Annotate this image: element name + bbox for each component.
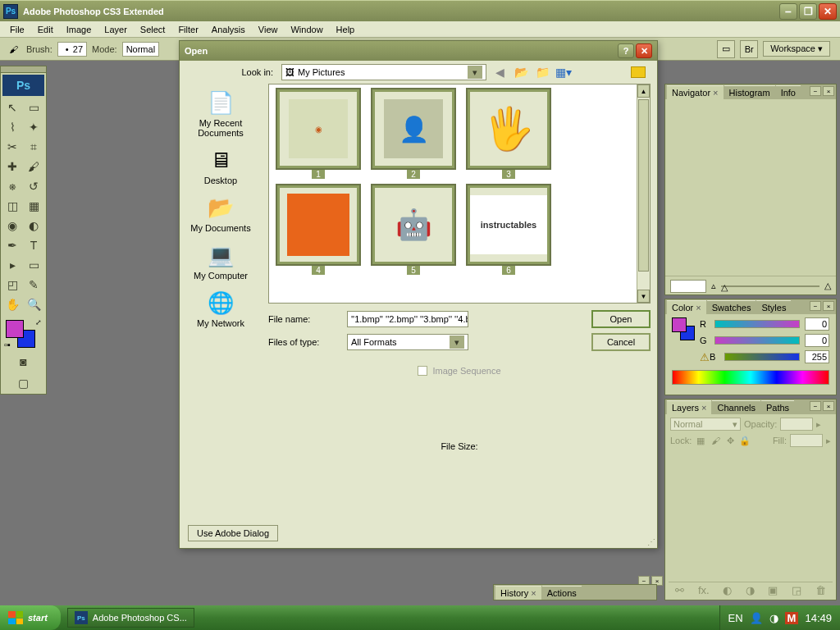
r-slider[interactable] [714, 320, 800, 328]
tab-channels[interactable]: Channels [712, 400, 760, 414]
launch-bridge-icon[interactable]: Br [740, 40, 758, 58]
place-desktop[interactable]: 🖥Desktop [203, 144, 239, 187]
color-spectrum[interactable] [672, 370, 829, 385]
swap-colors-icon[interactable]: ⤢ [35, 318, 42, 326]
color-fg-swatch[interactable] [672, 317, 687, 332]
opacity-input[interactable] [780, 418, 813, 431]
history-brush-tool[interactable]: ↺ [24, 177, 43, 195]
tray-av-icon[interactable]: M [785, 612, 799, 624]
back-icon[interactable]: ◀ [491, 64, 508, 80]
g-slider[interactable] [714, 336, 800, 345]
file-thumb-2[interactable]: 👤2 [369, 89, 458, 179]
view-menu-icon[interactable]: ▦▾ [555, 64, 572, 80]
lasso-tool[interactable]: ⌇ [2, 118, 22, 136]
minimize-button[interactable]: ‒ [779, 3, 797, 20]
menu-select[interactable]: Select [134, 23, 172, 36]
fill-chevron-icon[interactable]: ▸ [826, 436, 831, 446]
dodge-tool[interactable]: ◐ [24, 217, 43, 235]
dropdown-arrow-icon[interactable]: ▾ [468, 66, 482, 79]
tray-user-icon[interactable]: 👤 [750, 612, 763, 624]
layer-mask-icon[interactable]: ◐ [723, 584, 732, 596]
scroll-up-icon[interactable]: ▲ [637, 84, 650, 98]
new-layer-icon[interactable]: ◲ [792, 584, 801, 596]
gradient-tool[interactable]: ▦ [24, 197, 43, 215]
menu-window[interactable]: Window [284, 23, 329, 36]
filetype-select[interactable]: All Formats▾ [347, 334, 468, 350]
file-thumb-6[interactable]: instructables6 [464, 185, 553, 275]
file-thumb-5[interactable]: 🤖5 [369, 185, 458, 275]
maximize-button[interactable]: ❐ [799, 3, 817, 20]
place-mycomputer[interactable]: 💻My Computer [192, 240, 249, 282]
place-recent[interactable]: 📄My Recent Documents [183, 87, 258, 139]
lookin-select[interactable]: 🖼 My Pictures ▾ [281, 64, 486, 80]
type-tool[interactable]: T [24, 236, 43, 254]
shape-tool[interactable]: ▭ [24, 256, 43, 274]
toolbox-grip[interactable] [0, 66, 47, 72]
path-select-tool[interactable]: ▸ [2, 256, 22, 274]
link-layers-icon[interactable]: ⚯ [675, 584, 684, 596]
r-value[interactable]: 0 [805, 317, 829, 331]
language-indicator[interactable]: EN [728, 612, 743, 624]
tab-styles[interactable]: Styles [756, 300, 791, 314]
move-tool[interactable]: ↖ [2, 98, 22, 116]
cancel-button[interactable]: Cancel [591, 333, 651, 351]
eraser-tool[interactable]: ◫ [2, 197, 22, 215]
tray-volume-icon[interactable]: ◑ [769, 612, 778, 624]
tab-history[interactable]: History× [495, 586, 541, 600]
menu-layer[interactable]: Layer [98, 23, 134, 36]
menu-analysis[interactable]: Analysis [205, 23, 252, 36]
tab-info[interactable]: Info [776, 85, 801, 99]
b-value[interactable]: 255 [805, 350, 829, 363]
lock-position-icon[interactable]: ✥ [724, 435, 736, 446]
lock-all-icon[interactable]: 🔒 [739, 435, 751, 446]
file-thumb-1[interactable]: ◉1 [274, 89, 363, 179]
up-folder-icon[interactable]: 📂 [513, 64, 529, 80]
bridge-icon[interactable]: ▭ [717, 40, 735, 58]
new-group-icon[interactable]: ▣ [768, 584, 778, 596]
place-network[interactable]: 🌐My Network [195, 287, 246, 330]
quick-mask-toggle[interactable]: ◙ [14, 353, 34, 371]
marquee-tool[interactable]: ▭ [24, 98, 43, 116]
b-slider[interactable] [724, 353, 800, 361]
taskbar-task-photoshop[interactable]: Ps Adobe Photoshop CS... [67, 608, 194, 628]
dropdown-arrow-icon[interactable]: ▾ [450, 336, 464, 349]
close-button[interactable]: ✕ [819, 3, 837, 20]
fill-input[interactable] [790, 434, 823, 447]
scroll-down-icon[interactable]: ▼ [637, 290, 650, 303]
dialog-help-button[interactable]: ? [618, 43, 634, 58]
use-adobe-dialog-button[interactable]: Use Adobe Dialog [188, 525, 278, 541]
adjustment-layer-icon[interactable]: ◑ [746, 584, 755, 596]
tab-paths[interactable]: Paths [761, 400, 794, 414]
file-thumb-3[interactable]: 🖐3 [464, 89, 553, 179]
image-sequence-checkbox[interactable] [418, 366, 427, 376]
stamp-tool[interactable]: ⎈ [2, 177, 22, 195]
eyedropper-tool[interactable]: ✎ [24, 276, 43, 294]
mode-selector[interactable]: Normal [122, 42, 159, 57]
favorites-flag-icon[interactable] [631, 66, 646, 78]
crop-tool[interactable]: ✂ [2, 138, 22, 156]
tab-color[interactable]: Color× [667, 300, 706, 314]
menu-file[interactable]: File [3, 23, 31, 36]
tab-swatches[interactable]: Swatches [707, 300, 756, 314]
wand-tool[interactable]: ✦ [24, 118, 43, 136]
panel-close-icon[interactable]: × [823, 401, 834, 411]
lock-pixels-icon[interactable]: 🖌 [710, 435, 721, 446]
gamut-warning-icon[interactable]: ⚠ [700, 351, 710, 363]
blend-mode-select[interactable]: Normal▾ [670, 418, 741, 431]
zoom-in-icon[interactable]: △ [824, 281, 831, 291]
foreground-color-swatch[interactable] [6, 320, 24, 338]
panel-minimize-icon[interactable]: − [810, 301, 821, 311]
brush-size-selector[interactable]: •27 [57, 42, 87, 57]
zoom-out-icon[interactable]: ▵ [711, 281, 716, 291]
filename-input[interactable]: ''1.bmp'' ''2.bmp'' ''3.bmp'' ''4.bmp'' … [347, 311, 468, 327]
g-value[interactable]: 0 [805, 334, 829, 347]
notes-tool[interactable]: ◰ [2, 276, 22, 294]
zoom-input[interactable] [670, 280, 706, 293]
place-mydocs[interactable]: 📂My Documents [189, 192, 252, 235]
panel-close-icon[interactable]: × [823, 301, 834, 311]
start-button[interactable]: start [0, 605, 61, 630]
file-list[interactable]: ◉1 👤2 🖐3 4 🤖5 instructables6 ▲ ▼ [268, 84, 651, 304]
opacity-chevron-icon[interactable]: ▸ [816, 419, 821, 430]
menu-help[interactable]: Help [330, 23, 362, 36]
menu-view[interactable]: View [252, 23, 285, 36]
